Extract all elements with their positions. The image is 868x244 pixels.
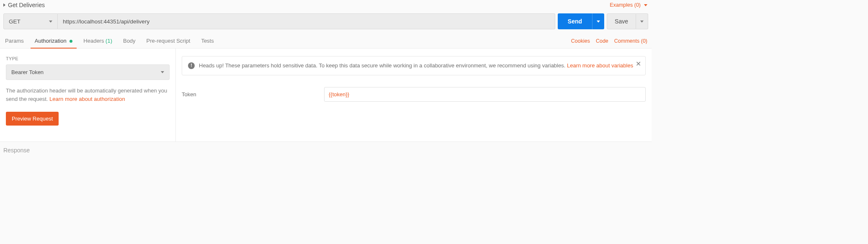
tabs-row: Params Authorization Headers (1) Body Pr… bbox=[0, 33, 652, 49]
auth-type-label: TYPE bbox=[6, 56, 170, 61]
tab-authorization-label: Authorization bbox=[35, 38, 67, 44]
token-label: Token bbox=[182, 91, 307, 98]
http-method-select[interactable]: GET bbox=[3, 13, 58, 29]
link-code[interactable]: Code bbox=[596, 38, 608, 44]
request-title: Get Deliveries bbox=[8, 2, 45, 8]
examples-dropdown[interactable]: Examples (0) bbox=[610, 2, 647, 8]
link-cookies[interactable]: Cookies bbox=[571, 38, 590, 44]
caret-down-icon bbox=[597, 21, 600, 23]
tab-body[interactable]: Body bbox=[122, 33, 137, 48]
auth-right-pane: ! Heads up! These parameters hold sensit… bbox=[176, 49, 652, 141]
url-bar: GET Send Save bbox=[0, 10, 652, 33]
examples-label: Examples (0) bbox=[610, 2, 641, 8]
auth-left-pane: TYPE Bearer Token The authorization head… bbox=[0, 49, 176, 141]
tabs: Params Authorization Headers (1) Body Pr… bbox=[4, 33, 215, 48]
send-button[interactable]: Send bbox=[558, 13, 592, 29]
tab-params[interactable]: Params bbox=[4, 33, 25, 48]
sensitive-data-banner: ! Heads up! These parameters hold sensit… bbox=[182, 56, 646, 75]
expand-caret-icon bbox=[3, 3, 5, 7]
info-icon: ! bbox=[188, 62, 195, 69]
response-section-title: Response bbox=[0, 142, 652, 160]
auth-help-link[interactable]: Learn more about authorization bbox=[49, 96, 125, 102]
banner-body: Heads up! These parameters hold sensitiv… bbox=[199, 62, 633, 70]
send-button-group: Send bbox=[558, 13, 604, 29]
tab-headers-label: Headers bbox=[83, 38, 104, 44]
tab-prerequest[interactable]: Pre-request Script bbox=[146, 33, 191, 48]
right-links: Cookies Code Comments (0) bbox=[571, 38, 647, 44]
send-dropdown-button[interactable] bbox=[592, 13, 604, 29]
preview-request-button[interactable]: Preview Request bbox=[6, 112, 59, 126]
banner-link[interactable]: Learn more about variables bbox=[567, 62, 633, 69]
request-title-group[interactable]: Get Deliveries bbox=[3, 2, 45, 8]
auth-type-value: Bearer Token bbox=[11, 69, 44, 75]
auth-help-text: The authorization header will be automat… bbox=[6, 87, 170, 103]
caret-down-icon bbox=[49, 21, 52, 23]
token-row: Token bbox=[182, 87, 646, 102]
http-method-value: GET bbox=[9, 18, 21, 25]
save-button-group: Save bbox=[607, 13, 648, 29]
auth-type-select[interactable]: Bearer Token bbox=[6, 64, 170, 80]
tab-headers[interactable]: Headers (1) bbox=[82, 33, 113, 48]
caret-down-icon bbox=[640, 21, 644, 23]
tab-tests[interactable]: Tests bbox=[200, 33, 214, 48]
token-input[interactable] bbox=[324, 87, 646, 102]
tab-headers-count: (1) bbox=[106, 38, 112, 44]
tab-authorization[interactable]: Authorization bbox=[34, 33, 74, 48]
url-input-wrap bbox=[58, 13, 555, 29]
close-icon[interactable]: ✕ bbox=[636, 61, 641, 67]
save-dropdown-button[interactable] bbox=[636, 13, 648, 29]
dot-indicator-icon bbox=[70, 40, 72, 43]
request-header-bar: Get Deliveries Examples (0) bbox=[0, 0, 652, 10]
caret-down-icon bbox=[644, 4, 647, 6]
url-input[interactable] bbox=[63, 18, 550, 25]
banner-text: Heads up! These parameters hold sensitiv… bbox=[199, 62, 567, 69]
caret-down-icon bbox=[161, 71, 164, 73]
authorization-panel: TYPE Bearer Token The authorization head… bbox=[0, 49, 652, 142]
save-button[interactable]: Save bbox=[607, 13, 636, 29]
link-comments[interactable]: Comments (0) bbox=[614, 38, 647, 44]
